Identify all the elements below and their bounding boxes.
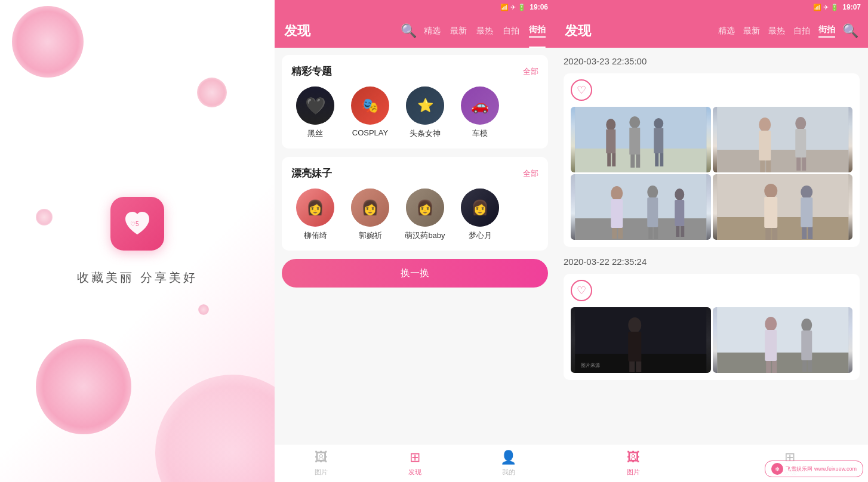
feed-heart-2[interactable]: ♡ <box>571 280 592 301</box>
refresh-button[interactable]: 换一换 <box>282 259 548 288</box>
photo-2 <box>713 107 853 172</box>
photo-1 <box>571 107 711 172</box>
right-tab-jingxuan[interactable]: 精选 <box>718 26 735 36</box>
feed-item-2-header: ♡ <box>564 274 860 307</box>
topic-heisi-label: 黑丝 <box>307 128 323 139</box>
topic-menghan-label: 萌汉药baby <box>405 230 445 241</box>
topic-toujia-label: 头条女神 <box>410 128 441 139</box>
svg-rect-7 <box>612 153 615 166</box>
topic-toujia[interactable]: ⭐ 头条女神 <box>401 86 449 139</box>
svg-rect-9 <box>629 128 640 155</box>
svg-rect-43 <box>717 217 848 240</box>
svg-rect-40 <box>676 226 679 237</box>
bottom-nav-picture[interactable]: 🖼 图片 <box>275 450 368 477</box>
middle-nav-tabs: 精选 最新 最热 自拍 街拍 <box>424 24 546 38</box>
right-nav-title: 发现 <box>565 22 591 40</box>
svg-rect-15 <box>660 153 663 166</box>
svg-rect-26 <box>802 157 806 171</box>
section-jingcai-all[interactable]: 全部 <box>523 66 538 77</box>
middle-bottom-nav: 🖼 图片 ⊞ 发现 👤 我的 <box>275 444 555 482</box>
svg-rect-31 <box>611 199 623 228</box>
topic-liuyouqi[interactable]: 👩 柳侑绮 <box>291 189 339 241</box>
svg-rect-32 <box>612 228 617 239</box>
svg-rect-10 <box>630 155 635 168</box>
right-tab-zuire[interactable]: 最热 <box>768 26 785 36</box>
topic-guowanqi[interactable]: 👩 郭婉祈 <box>346 189 394 241</box>
right-picture-icon: 🖼 <box>627 450 640 465</box>
svg-rect-62 <box>717 307 848 353</box>
feed-item-1-header: ♡ <box>564 73 860 107</box>
svg-rect-37 <box>654 227 658 239</box>
section-meizi-title: 漂亮妹子 <box>291 166 332 180</box>
topic-chemo[interactable]: 🚗 车模 <box>456 86 504 139</box>
tab-jiepai[interactable]: 街拍 <box>529 24 546 38</box>
svg-rect-68 <box>801 330 812 360</box>
svg-rect-21 <box>760 160 765 172</box>
svg-rect-47 <box>765 228 771 240</box>
photo-5: 图片来源 <box>571 307 711 373</box>
right-tab-jiepai[interactable]: 街拍 <box>818 24 835 38</box>
bottom-nav-discover[interactable]: ⊞ 发现 <box>368 450 462 477</box>
svg-point-45 <box>764 184 777 198</box>
right-content: 2020-03-23 22:35:00 ♡ <box>555 48 868 444</box>
site-watermark-text: 飞雪娱乐网 www.feixuew.com <box>786 465 857 473</box>
svg-rect-2 <box>575 149 706 172</box>
topic-menghan[interactable]: 👩 萌汉药baby <box>401 189 449 241</box>
photo-mock-1 <box>571 107 711 172</box>
topic-cosplay-label: COSPLAY <box>352 128 388 137</box>
svg-rect-44 <box>717 174 848 217</box>
svg-point-30 <box>611 186 623 200</box>
section-meizi-all[interactable]: 全部 <box>523 168 538 179</box>
photo-4 <box>713 174 853 240</box>
right-tab-zuixin[interactable]: 最新 <box>743 26 760 36</box>
svg-rect-3 <box>575 107 706 149</box>
deco-circle-5 <box>36 339 131 434</box>
feed-date-1: 2020-03-23 22:35:00 <box>564 56 860 66</box>
tab-zipai[interactable]: 自拍 <box>503 26 519 36</box>
photo-mock-4 <box>713 174 853 240</box>
topic-mengxinyue[interactable]: 👩 梦心月 <box>456 189 504 241</box>
topic-guowanqi-label: 郭婉祈 <box>359 230 382 241</box>
photo-mock-3 <box>571 174 711 240</box>
bottom-nav-picture-label: 图片 <box>315 468 328 477</box>
svg-rect-41 <box>681 226 684 237</box>
photo-grid-1 <box>564 107 860 247</box>
feed-heart-1[interactable]: ♡ <box>571 79 592 101</box>
photo-mock-2 <box>713 107 853 172</box>
svg-point-49 <box>801 186 812 199</box>
mine-icon: 👤 <box>500 450 516 465</box>
tab-jingxuan[interactable]: 精选 <box>424 26 441 36</box>
middle-nav-title: 发现 <box>284 22 310 40</box>
photo-grid-2: 图片来源 <box>564 307 860 380</box>
photo-6 <box>713 307 853 373</box>
tab-zuire[interactable]: 最热 <box>476 26 493 36</box>
svg-rect-11 <box>636 155 640 168</box>
photo-mock-5: 图片来源 <box>571 307 711 373</box>
middle-search-icon[interactable]: 🔍 <box>401 23 417 39</box>
topic-cosplay[interactable]: 🎭 COSPLAY <box>346 86 394 139</box>
topic-row-meizi: 👩 柳侑绮 👩 郭婉祈 👩 萌汉药baby <box>291 189 538 241</box>
svg-rect-66 <box>772 361 777 373</box>
svg-rect-20 <box>759 131 771 160</box>
picture-icon: 🖼 <box>315 450 328 465</box>
feed-item-1: ♡ <box>564 73 860 247</box>
svg-rect-39 <box>675 200 684 226</box>
topic-heisi[interactable]: 🖤 黑丝 <box>291 86 339 139</box>
right-tab-zipai[interactable]: 自拍 <box>793 26 810 36</box>
app-logo: ♡5 <box>110 197 164 251</box>
right-search-icon[interactable]: 🔍 <box>842 23 858 39</box>
bottom-nav-mine[interactable]: 👤 我的 <box>461 450 555 477</box>
svg-point-19 <box>759 118 771 132</box>
svg-rect-24 <box>795 129 806 157</box>
topic-chemo-label: 车模 <box>472 128 488 139</box>
tab-zuixin[interactable]: 最新 <box>450 26 467 36</box>
svg-point-55 <box>628 317 641 333</box>
right-panel-wrapper: 📶 ✈ 🔋 19:07 发现 精选 最新 最热 自拍 街拍 🔍 2020-03-… <box>555 0 868 482</box>
site-logo-icon: ❄ <box>771 463 783 475</box>
middle-top-nav: 发现 🔍 精选 最新 最热 自拍 街拍 <box>275 14 555 48</box>
svg-rect-13 <box>654 128 663 153</box>
right-bottom-nav-picture[interactable]: 🖼 图片 <box>555 450 712 477</box>
deco-circle-6 <box>155 375 275 482</box>
svg-rect-52 <box>808 227 812 239</box>
right-status-time: 19:07 <box>842 3 861 11</box>
